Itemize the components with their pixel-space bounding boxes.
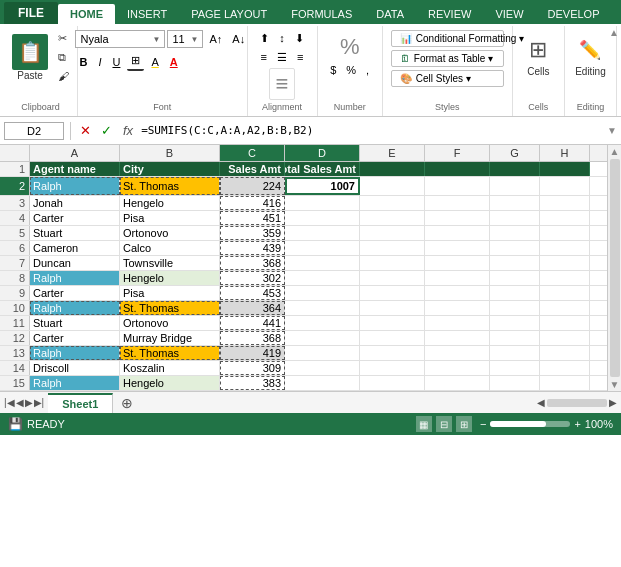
currency-button[interactable]: $ xyxy=(326,62,340,78)
col-header-g[interactable]: G xyxy=(490,145,540,161)
col-header-b[interactable]: B xyxy=(120,145,220,161)
cell-b5[interactable]: Ortonovo xyxy=(120,226,220,240)
font-size-input[interactable]: 11 ▼ xyxy=(167,30,203,48)
cell-d6[interactable] xyxy=(285,241,360,255)
align-left-button[interactable]: ≡ xyxy=(257,49,271,66)
conditional-formatting-button[interactable]: 📊 Conditional Formatting ▾ xyxy=(391,30,504,47)
cell-a15[interactable]: Ralph xyxy=(30,376,120,390)
cell-e14[interactable] xyxy=(360,361,425,375)
cell-c11[interactable]: 441 xyxy=(220,316,285,330)
cell-styles-button[interactable]: 🎨 Cell Styles ▾ xyxy=(391,70,504,87)
cell-a1[interactable]: Agent name xyxy=(30,162,120,176)
data-tab[interactable]: DATA xyxy=(364,4,416,24)
cell-a3[interactable]: Jonah xyxy=(30,196,120,210)
cell-d1[interactable]: Total Sales Amt xyxy=(285,162,360,176)
col-header-h[interactable]: H xyxy=(540,145,590,161)
collapse-ribbon-button[interactable]: ▲ xyxy=(609,26,619,38)
hscroll-left-button[interactable]: ◀ xyxy=(537,397,545,408)
scroll-down-button[interactable]: ▼ xyxy=(610,379,620,390)
cell-c12[interactable]: 368 xyxy=(220,331,285,345)
page-layout-tab[interactable]: PAGE LAYOUT xyxy=(179,4,279,24)
cell-a8[interactable]: Ralph xyxy=(30,271,120,285)
underline-button[interactable]: U xyxy=(108,54,124,70)
cell-b12[interactable]: Murray Bridge xyxy=(120,331,220,345)
cell-g4[interactable] xyxy=(490,211,540,225)
comma-button[interactable]: , xyxy=(362,62,373,78)
cell-a4[interactable]: Carter xyxy=(30,211,120,225)
cell-f7[interactable] xyxy=(425,256,490,270)
format-as-table-button[interactable]: 🗓 Format as Table ▾ xyxy=(391,50,504,67)
cell-e9[interactable] xyxy=(360,286,425,300)
cell-b14[interactable]: Koszalin xyxy=(120,361,220,375)
paste-button[interactable]: 📋 Paste xyxy=(8,32,52,83)
zoom-in-button[interactable]: + xyxy=(574,418,580,430)
cell-d8[interactable] xyxy=(285,271,360,285)
cell-d15[interactable] xyxy=(285,376,360,390)
hscroll-right-button[interactable]: ▶ xyxy=(609,397,617,408)
cell-f12[interactable] xyxy=(425,331,490,345)
add-sheet-button[interactable]: ⊕ xyxy=(113,393,141,413)
cell-d5[interactable] xyxy=(285,226,360,240)
cell-d10[interactable] xyxy=(285,301,360,315)
cell-g14[interactable] xyxy=(490,361,540,375)
decrease-font-button[interactable]: A↓ xyxy=(228,31,249,47)
cell-c4[interactable]: 451 xyxy=(220,211,285,225)
cell-d14[interactable] xyxy=(285,361,360,375)
cell-e6[interactable] xyxy=(360,241,425,255)
normal-view-button[interactable]: ▦ xyxy=(416,416,432,432)
cell-c15[interactable]: 383 xyxy=(220,376,285,390)
bold-button[interactable]: B xyxy=(75,54,91,70)
cell-a2[interactable]: Ralph xyxy=(30,177,120,195)
cells-button[interactable]: ⊞ Cells xyxy=(518,30,558,81)
cell-h5[interactable] xyxy=(540,226,590,240)
cell-a7[interactable]: Duncan xyxy=(30,256,120,270)
cell-c8[interactable]: 302 xyxy=(220,271,285,285)
align-middle-button[interactable]: ↕ xyxy=(275,30,289,47)
cell-d3[interactable] xyxy=(285,196,360,210)
sheet-nav-next[interactable]: ▶ xyxy=(25,397,33,408)
cut-button[interactable]: ✂ xyxy=(54,30,73,47)
cell-b6[interactable]: Calco xyxy=(120,241,220,255)
italic-button[interactable]: I xyxy=(94,54,105,70)
cell-b3[interactable]: Hengelo xyxy=(120,196,220,210)
cell-f3[interactable] xyxy=(425,196,490,210)
cell-h14[interactable] xyxy=(540,361,590,375)
cell-f2[interactable] xyxy=(425,177,490,195)
sheet-nav-last[interactable]: ▶| xyxy=(34,397,45,408)
cell-h8[interactable] xyxy=(540,271,590,285)
percent-button[interactable]: % xyxy=(342,62,360,78)
cell-e1[interactable] xyxy=(360,162,425,176)
cell-g8[interactable] xyxy=(490,271,540,285)
cell-b10[interactable]: St. Thomas xyxy=(120,301,220,315)
cell-b1[interactable]: City xyxy=(120,162,220,176)
cell-h10[interactable] xyxy=(540,301,590,315)
cell-g10[interactable] xyxy=(490,301,540,315)
cell-c2[interactable]: 224 xyxy=(220,177,285,195)
cell-c9[interactable]: 453 xyxy=(220,286,285,300)
cell-g5[interactable] xyxy=(490,226,540,240)
file-tab[interactable]: FILE xyxy=(4,2,58,24)
format-painter-button[interactable]: 🖌 xyxy=(54,68,73,84)
sheet-nav-first[interactable]: |◀ xyxy=(4,397,15,408)
cell-f11[interactable] xyxy=(425,316,490,330)
cell-c10[interactable]: 364 xyxy=(220,301,285,315)
cell-b13[interactable]: St. Thomas xyxy=(120,346,220,360)
cell-e2[interactable] xyxy=(360,177,425,195)
cell-g13[interactable] xyxy=(490,346,540,360)
align-center-button[interactable]: ☰ xyxy=(273,49,291,66)
scroll-up-button[interactable]: ▲ xyxy=(610,146,620,157)
page-break-view-button[interactable]: ⊞ xyxy=(456,416,472,432)
font-name-dropdown[interactable]: Nyala ▼ xyxy=(75,30,165,48)
cell-f6[interactable] xyxy=(425,241,490,255)
cell-e13[interactable] xyxy=(360,346,425,360)
home-tab[interactable]: HOME xyxy=(58,4,115,24)
cell-h15[interactable] xyxy=(540,376,590,390)
cell-e4[interactable] xyxy=(360,211,425,225)
cell-e12[interactable] xyxy=(360,331,425,345)
cell-e3[interactable] xyxy=(360,196,425,210)
increase-font-button[interactable]: A↑ xyxy=(205,31,226,47)
cell-e10[interactable] xyxy=(360,301,425,315)
borders-button[interactable]: ⊞ xyxy=(127,52,144,71)
cell-b8[interactable]: Hengelo xyxy=(120,271,220,285)
zoom-slider[interactable] xyxy=(490,421,546,427)
